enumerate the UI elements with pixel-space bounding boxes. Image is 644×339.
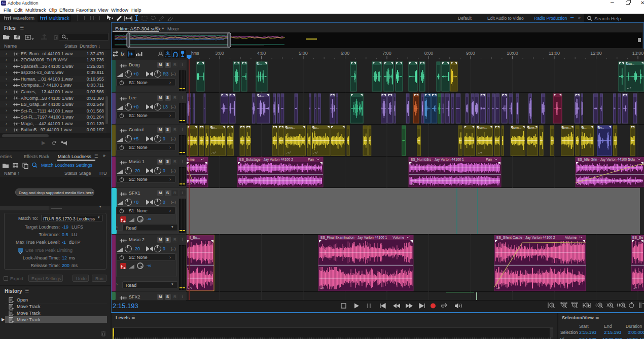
svg-text:fx: fx: [121, 51, 125, 57]
svg-text:By...: By...: [211, 126, 217, 129]
svg-text:6:00: 6:00: [341, 51, 350, 56]
svg-text:ES_Idle Grin - Jay Varton 4410: ES_Idle Grin - Jay Varton 44100 2: [578, 158, 630, 162]
svg-text:Volume: Volume: [392, 236, 404, 239]
svg-text:10:00: 10:00: [507, 51, 518, 56]
svg-text:13:00: 13:00: [632, 51, 644, 56]
svg-text:La...: La...: [258, 94, 264, 97]
svg-text:Byen...: Byen...: [512, 126, 521, 129]
svg-text:Volume: Volume: [565, 236, 577, 239]
svg-text:4:00: 4:00: [257, 51, 266, 56]
svg-text:Pan: Pan: [308, 158, 314, 161]
svg-text:8:00: 8:00: [424, 51, 434, 56]
svg-text:5:00: 5:00: [299, 51, 308, 56]
svg-text:Pan: Pan: [486, 158, 492, 161]
svg-text:7:00: 7:00: [382, 51, 391, 56]
svg-text:B...: B...: [582, 126, 587, 129]
svg-text:By...: By...: [598, 126, 604, 129]
svg-text:ES_Silent Castle - Jay Varton: ES_Silent Castle - Jay Varton 44100 2: [496, 236, 555, 240]
svg-text:ES_Se: ES_Se: [632, 236, 643, 240]
svg-text:3:00: 3:00: [215, 51, 224, 56]
svg-text:ES_Final Examination - Jay Var: ES_Final Examination - Jay Varton 44100 …: [320, 236, 387, 240]
svg-text:9:00: 9:00: [466, 51, 475, 56]
svg-text:hms: hms: [191, 51, 199, 56]
svg-text:Byer...: Byer...: [528, 126, 536, 129]
svg-text:11:00: 11:00: [549, 51, 560, 56]
svg-text:D...: D...: [257, 62, 262, 65]
svg-text:Byes...: Byes...: [286, 126, 296, 129]
svg-text:lume: lume: [187, 158, 195, 161]
svg-text:Volu: Volu: [628, 158, 635, 161]
svg-text:Dou...: Dou...: [626, 62, 634, 65]
svg-text:Byer...: Byer...: [562, 126, 571, 129]
svg-text:ES_Substage - Jay Varton 44100: ES_Substage - Jay Varton 44100 2: [239, 158, 293, 162]
svg-text:S_Bu...: S_Bu...: [189, 236, 200, 240]
svg-text:By...: By...: [313, 126, 319, 129]
svg-text:12:00: 12:00: [590, 51, 602, 56]
svg-text:ES_Numb3rs - Jay Varton 44100: ES_Numb3rs - Jay Varton 44100 1: [411, 158, 464, 162]
svg-text:Byen...: Byen...: [478, 126, 487, 129]
